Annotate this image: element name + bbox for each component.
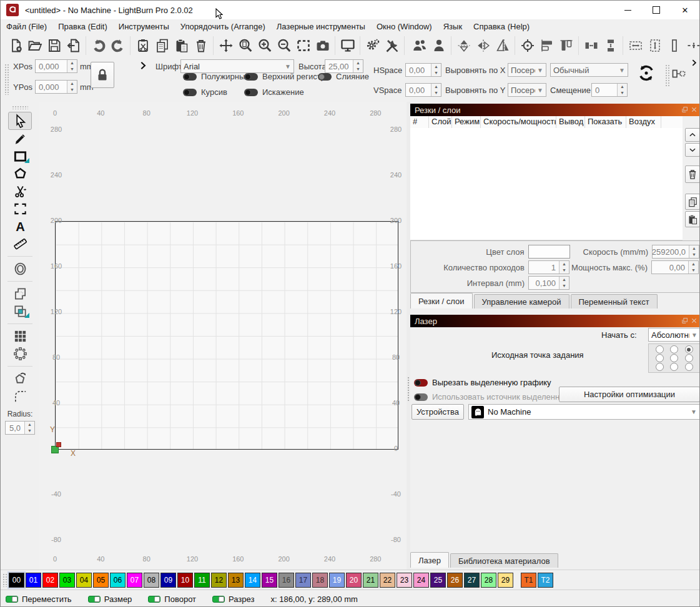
expand-chevron-icon[interactable] bbox=[690, 58, 698, 67]
xpos-spinner[interactable]: ▲▼ bbox=[67, 60, 77, 72]
cut-selected-switch[interactable] bbox=[414, 379, 428, 387]
layer-swatch-09[interactable]: 09 bbox=[160, 573, 176, 588]
expand-chevron-icon[interactable] bbox=[138, 60, 148, 71]
laser-panel-close-button[interactable] bbox=[690, 317, 698, 325]
job-origin-radio-0-1[interactable] bbox=[670, 345, 678, 353]
layer-swatch-05[interactable]: 05 bbox=[93, 573, 109, 588]
weld-mode-dropdown[interactable]: Обычный▼ bbox=[550, 63, 628, 77]
vspace-field[interactable]: 0,00▲▼ bbox=[405, 83, 441, 97]
move-shapes-tool[interactable] bbox=[9, 370, 31, 387]
layer-move-down-button[interactable] bbox=[685, 143, 700, 157]
toggle-switch[interactable] bbox=[212, 596, 225, 603]
status-toggle-Размер[interactable]: Размер bbox=[88, 595, 132, 604]
passes-field[interactable]: 1▲▼ bbox=[528, 260, 569, 274]
vspace-spinner[interactable]: ▲▼ bbox=[431, 84, 441, 96]
align-vertical-button[interactable] bbox=[537, 36, 556, 55]
menu-edit[interactable]: Правка (Edit) bbox=[52, 22, 113, 31]
tab-variable-text[interactable]: Переменный текст bbox=[571, 294, 658, 308]
layer-swatch-22[interactable]: 22 bbox=[380, 573, 395, 588]
layer-swatch-18[interactable]: 18 bbox=[312, 573, 328, 588]
layer-swatch-11[interactable]: 11 bbox=[194, 573, 210, 588]
devices-button[interactable]: Устройства bbox=[412, 404, 464, 420]
zoom-to-page-button[interactable] bbox=[235, 36, 255, 55]
uppercase-switch[interactable] bbox=[244, 73, 258, 81]
menu-tools[interactable]: Инструменты bbox=[113, 22, 175, 31]
polygon-tool[interactable] bbox=[9, 165, 31, 182]
draw-lines-tool[interactable] bbox=[9, 131, 31, 147]
delete-button[interactable] bbox=[191, 36, 210, 55]
ypos-spinner[interactable]: ▲▼ bbox=[67, 81, 77, 93]
resize-height-button[interactable] bbox=[645, 36, 664, 55]
rectangle-tool[interactable] bbox=[9, 148, 31, 165]
job-origin-radio-1-0[interactable] bbox=[656, 354, 664, 362]
weld-shapes-tool[interactable] bbox=[9, 285, 31, 302]
menu-help[interactable]: Справка (Help) bbox=[468, 22, 535, 31]
palette-drag-handle[interactable] bbox=[2, 573, 7, 587]
tab-laser[interactable]: Лазер bbox=[410, 552, 449, 568]
layer-swatch-24[interactable]: 24 bbox=[413, 573, 429, 588]
offset-field[interactable]: 0▲▼ bbox=[591, 83, 628, 97]
import-file-button[interactable] bbox=[64, 36, 83, 55]
job-origin-radio-2-1[interactable] bbox=[670, 363, 678, 371]
use-selection-origin-switch[interactable] bbox=[414, 393, 428, 401]
edit-nodes-tool[interactable] bbox=[9, 183, 31, 200]
layer-swatch-06[interactable]: 06 bbox=[110, 573, 126, 588]
preview-button[interactable] bbox=[338, 36, 357, 55]
new-file-button[interactable] bbox=[6, 36, 25, 55]
bold-switch[interactable] bbox=[183, 73, 197, 81]
layer-swatch-07[interactable]: 07 bbox=[127, 573, 142, 588]
machine-work-area[interactable] bbox=[55, 221, 398, 450]
layer-swatch-08[interactable]: 08 bbox=[144, 573, 159, 588]
boolean-ops-tool[interactable] bbox=[9, 303, 31, 320]
tab-camera-control[interactable]: Управление камерой bbox=[474, 294, 569, 308]
speed-field[interactable]: 259200,0▲▼ bbox=[652, 245, 699, 259]
layer-swatch-29[interactable]: 29 bbox=[498, 573, 513, 588]
layer-swatch-19[interactable]: 19 bbox=[329, 573, 345, 588]
frame-selection-button[interactable] bbox=[293, 36, 313, 55]
tab-material-library[interactable]: Библиотека материалов bbox=[450, 553, 558, 568]
laser-panel-titlebar[interactable]: Лазер bbox=[410, 315, 700, 327]
layer-delete-button[interactable] bbox=[685, 165, 700, 183]
layer-swatch-13[interactable]: 13 bbox=[228, 573, 244, 588]
align-x-dropdown[interactable]: Посере▼ bbox=[508, 63, 546, 77]
job-origin-radio-2-2[interactable] bbox=[685, 363, 693, 371]
layer-swatch-04[interactable]: 04 bbox=[76, 573, 92, 588]
toolbar-drag-handle[interactable] bbox=[4, 64, 9, 95]
layer-swatch-21[interactable]: 21 bbox=[363, 573, 378, 588]
align-y-dropdown[interactable]: Посере▼ bbox=[508, 83, 546, 97]
resize-width-button[interactable] bbox=[626, 36, 645, 55]
tab-cuts-layers[interactable]: Резки / слои bbox=[410, 293, 473, 308]
machine-settings-button[interactable] bbox=[382, 36, 402, 55]
redo-button[interactable] bbox=[108, 36, 127, 55]
menu-laser-tools[interactable]: Лазерные инструменты bbox=[271, 22, 371, 31]
job-origin-radio-1-2[interactable] bbox=[685, 354, 693, 362]
save-file-button[interactable] bbox=[44, 36, 64, 55]
create-text-tool[interactable] bbox=[9, 218, 31, 235]
menu-window[interactable]: Окно (Window) bbox=[371, 22, 438, 31]
bold-toggle[interactable]: Полужирный bbox=[183, 72, 250, 81]
layer-swatch-27[interactable]: 27 bbox=[464, 573, 480, 588]
weld-switch[interactable] bbox=[318, 73, 332, 81]
layer-copy-button[interactable] bbox=[685, 194, 700, 210]
height-spinner[interactable]: ▲▼ bbox=[353, 60, 363, 72]
layer-color-box[interactable] bbox=[528, 245, 571, 259]
align-center-button[interactable] bbox=[518, 36, 537, 55]
ypos-field[interactable]: 0,000▲▼ bbox=[35, 80, 77, 94]
selection-frame-tool[interactable] bbox=[9, 200, 31, 217]
maximize-button[interactable] bbox=[642, 1, 671, 19]
radius-spinner[interactable]: ▲▼ bbox=[24, 422, 34, 434]
toggle-switch[interactable] bbox=[148, 596, 160, 603]
settings-button[interactable] bbox=[363, 36, 382, 55]
layer-paste-button[interactable] bbox=[685, 211, 700, 227]
job-origin-radio-2-0[interactable] bbox=[656, 363, 664, 371]
italic-toggle[interactable]: Курсив bbox=[183, 87, 227, 97]
toggle-switch[interactable] bbox=[6, 596, 18, 603]
cuts-panel-close-button[interactable] bbox=[690, 106, 698, 114]
team-button[interactable] bbox=[410, 36, 429, 55]
interval-field[interactable]: 0,100▲▼ bbox=[528, 276, 569, 290]
status-toggle-Разрез[interactable]: Разрез bbox=[212, 595, 254, 604]
workspace[interactable]: 0408012016020024028004080120160200240280… bbox=[39, 102, 407, 570]
distort-switch[interactable] bbox=[244, 89, 258, 96]
layer-swatch-10[interactable]: 10 bbox=[177, 573, 193, 588]
uppercase-toggle[interactable]: Верхний регистр bbox=[244, 72, 325, 81]
